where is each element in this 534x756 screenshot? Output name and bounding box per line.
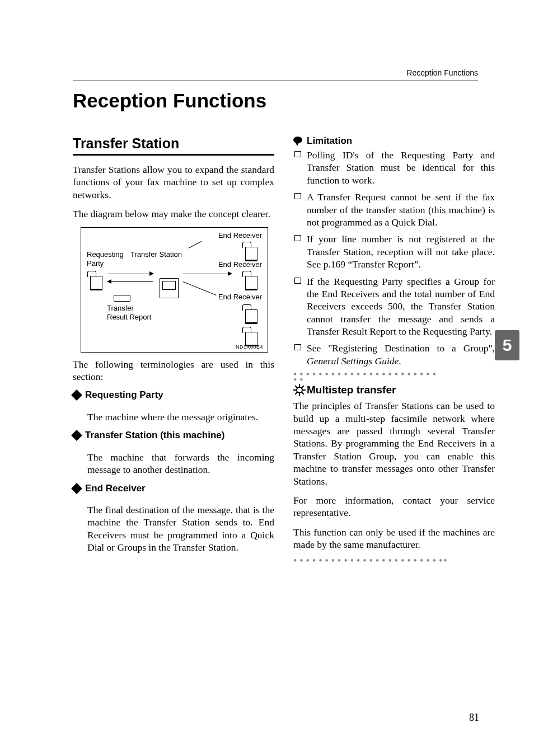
arrow-icon <box>108 274 153 274</box>
list-item: Polling ID's of the Requesting Party and… <box>293 149 495 186</box>
page-title: Reception Functions <box>73 90 495 112</box>
list-item: If the Requesting Party specifies a Grou… <box>293 275 495 338</box>
term-title: Requesting Party <box>85 389 163 401</box>
multistep-para-1: The principles of Transfer Stations can … <box>293 400 495 487</box>
heading-rule <box>73 154 274 156</box>
diamond-icon <box>71 483 82 494</box>
term-body: The machine that forwards the incoming m… <box>87 451 274 476</box>
limitation-list: Polling ID's of the Requesting Party and… <box>293 149 495 367</box>
diagram-label: Requesting <box>87 250 124 259</box>
page-number: 81 <box>469 712 479 724</box>
list-item: If your line number is not registered at… <box>293 233 495 270</box>
report-icon <box>114 295 130 302</box>
diagram-line <box>189 241 202 248</box>
left-column: Transfer Station Transfer Stations allow… <box>73 135 274 570</box>
limitation-label: Limitation <box>307 135 352 147</box>
term-body: The final destination of the message, th… <box>87 504 274 554</box>
fax-icon <box>90 276 102 290</box>
term-title: Transfer Station (this machine) <box>85 430 224 441</box>
term-heading: End Receiver <box>73 483 274 494</box>
diagram-line <box>183 281 217 295</box>
fax-icon <box>245 309 257 324</box>
see-ref-suffix: . <box>399 355 401 367</box>
multistep-para-3: This function can only be used if the ma… <box>293 526 495 551</box>
see-ref-italic: General Settings Guide <box>307 355 399 367</box>
right-column: Limitation Polling ID's of the Requestin… <box>293 135 495 570</box>
arrow-icon <box>183 274 231 274</box>
term-body: The machine where the message originates… <box>87 411 274 423</box>
transfer-diagram: End Receiver Requesting Transfer Station… <box>81 227 268 353</box>
diamond-icon <box>71 389 82 401</box>
section-heading: Transfer Station <box>73 135 274 152</box>
list-item: See "Registering Destination to a Group"… <box>293 342 495 367</box>
list-item: A Transfer Request cannot be sent if the… <box>293 191 495 228</box>
term-heading: Requesting Party <box>73 389 274 401</box>
diagram-label: Transfer <box>107 304 134 312</box>
term-title: End Receiver <box>85 483 146 494</box>
intro-para-1: Transfer Stations allow you to expand th… <box>73 163 274 201</box>
diamond-icon <box>71 430 82 441</box>
diagram-label: End Receiver <box>218 293 262 301</box>
separator-dots: •••••••••••••••••••••••• <box>293 558 495 567</box>
intro-para-2: The diagram below may make the concept c… <box>73 208 274 220</box>
terminology-intro: The following terminologies are used in … <box>73 358 274 383</box>
term-heading: Transfer Station (this machine) <box>73 430 274 441</box>
transfer-station-icon <box>160 278 179 298</box>
diagram-label: End Receiver <box>218 231 262 240</box>
multistep-para-2: For more information, contact your servi… <box>293 494 495 519</box>
diagram-label: End Receiver <box>218 260 262 269</box>
tip-heading: Multistep transfer <box>293 384 495 396</box>
arrow-icon <box>108 281 153 282</box>
fax-icon <box>245 247 257 261</box>
running-head: Reception Functions <box>406 68 478 77</box>
diagram-label: Party <box>87 259 104 267</box>
diagram-label: Transfer Station <box>130 250 182 259</box>
tip-title: Multistep transfer <box>307 384 396 396</box>
note-icon <box>293 137 303 145</box>
limitation-heading: Limitation <box>293 135 495 147</box>
diagram-label: Result Report <box>107 313 151 321</box>
fax-icon <box>245 276 257 290</box>
chapter-tab: 5 <box>495 330 519 360</box>
header-rule <box>73 81 478 81</box>
see-ref-prefix: See "Registering Destination to a Group"… <box>307 342 495 354</box>
tip-icon <box>293 384 306 396</box>
separator-dots: ••••••••••••••••••••••••• <box>293 372 495 381</box>
diagram-code: ND1X00E4 <box>236 344 263 350</box>
